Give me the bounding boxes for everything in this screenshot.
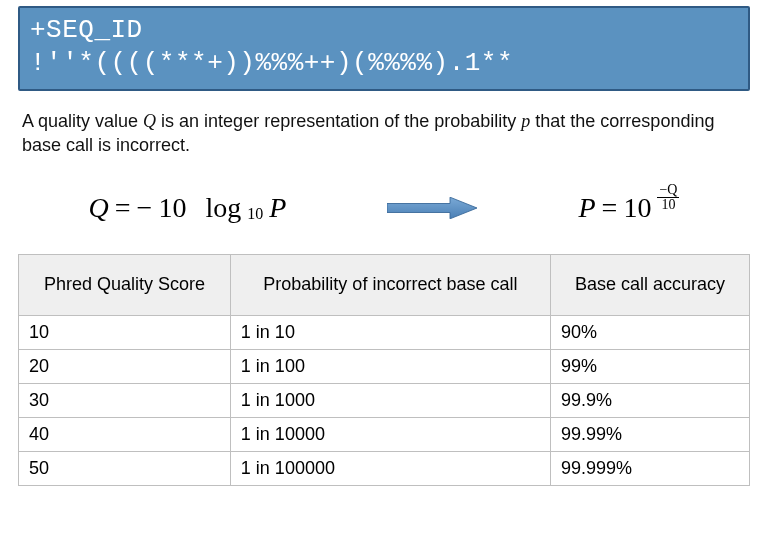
desc-p-var: p xyxy=(521,111,530,131)
formula-p-exponent: −Q10 xyxy=(657,183,679,212)
cell-score: 10 xyxy=(19,315,231,349)
cell-prob: 1 in 100000 xyxy=(230,451,550,485)
table-head: Phred Quality Score Probability of incor… xyxy=(19,254,750,315)
formula-q: Q = −10 log10 P xyxy=(89,192,287,224)
code-line-2: !''*((((***+))%%%++)(%%%%).1** xyxy=(30,48,513,78)
cell-accuracy: 99% xyxy=(550,349,749,383)
cell-prob: 1 in 10 xyxy=(230,315,550,349)
formula-q-rhs: P xyxy=(269,192,286,224)
cell-prob: 1 in 100 xyxy=(230,349,550,383)
desc-mid: is an integer representation of the prob… xyxy=(156,111,521,131)
formula-q-lhs: Q xyxy=(89,192,109,224)
cell-score: 50 xyxy=(19,451,231,485)
cell-accuracy: 99.999% xyxy=(550,451,749,485)
table-row: 30 1 in 1000 99.9% xyxy=(19,383,750,417)
table-row: 20 1 in 100 99% xyxy=(19,349,750,383)
formula-q-logsub: 10 xyxy=(247,205,263,223)
eq-sign: = xyxy=(115,192,131,224)
phred-table: Phred Quality Score Probability of incor… xyxy=(18,254,750,486)
col-accuracy: Base call accuracy xyxy=(550,254,749,315)
cell-score: 20 xyxy=(19,349,231,383)
minus-sign: − xyxy=(137,192,153,224)
cell-score: 40 xyxy=(19,417,231,451)
table-row: 50 1 in 100000 99.999% xyxy=(19,451,750,485)
exp-num: −Q xyxy=(657,183,679,198)
formula-p-base: 10 xyxy=(623,192,651,224)
formula-p-lhs: P xyxy=(578,192,595,224)
code-line-1: +SEQ_ID xyxy=(30,15,143,45)
arrow-icon xyxy=(387,197,477,219)
cell-prob: 1 in 1000 xyxy=(230,383,550,417)
col-prob: Probability of incorrect base call xyxy=(230,254,550,315)
cell-accuracy: 99.99% xyxy=(550,417,749,451)
formula-q-ten: 10 xyxy=(158,192,186,224)
eq-sign-2: = xyxy=(602,192,618,224)
page-wrap: +SEQ_ID !''*((((***+))%%%++)(%%%%).1** A… xyxy=(0,0,768,486)
description-text: A quality value Q is an integer represen… xyxy=(22,109,746,158)
cell-prob: 1 in 10000 xyxy=(230,417,550,451)
formula-row: Q = −10 log10 P P = 10−Q10 xyxy=(38,192,730,224)
formula-p: P = 10−Q10 xyxy=(578,192,679,224)
table-body: 10 1 in 10 90% 20 1 in 100 99% 30 1 in 1… xyxy=(19,315,750,485)
cell-accuracy: 99.9% xyxy=(550,383,749,417)
formula-q-log: log xyxy=(205,192,241,224)
desc-pre: A quality value xyxy=(22,111,143,131)
table-header-row: Phred Quality Score Probability of incor… xyxy=(19,254,750,315)
cell-accuracy: 90% xyxy=(550,315,749,349)
desc-q-var: Q xyxy=(143,111,156,131)
table-row: 10 1 in 10 90% xyxy=(19,315,750,349)
cell-score: 30 xyxy=(19,383,231,417)
col-score: Phred Quality Score xyxy=(19,254,231,315)
exp-den: 10 xyxy=(659,198,677,212)
svg-marker-0 xyxy=(387,197,477,219)
table-row: 40 1 in 10000 99.99% xyxy=(19,417,750,451)
sequence-code-box: +SEQ_ID !''*((((***+))%%%++)(%%%%).1** xyxy=(18,6,750,91)
